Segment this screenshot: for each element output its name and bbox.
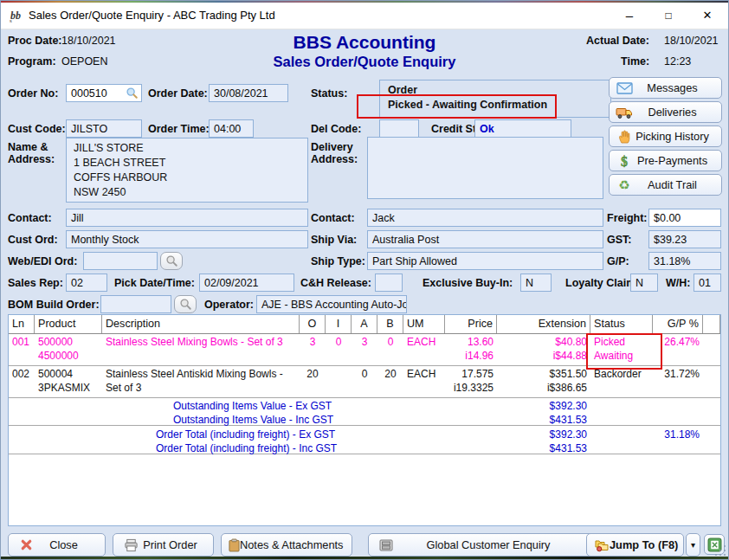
name-address-label: Name &Address: bbox=[8, 141, 55, 165]
contact-right-field[interactable]: Jack bbox=[367, 209, 603, 227]
web-edi-ord-field[interactable] bbox=[83, 252, 158, 270]
freight-label: Freight: bbox=[607, 212, 648, 224]
envelope-icon bbox=[615, 82, 634, 94]
summary-row: Order Total (including freight) - Inc GS… bbox=[9, 440, 720, 454]
messages-button[interactable]: Messages bbox=[609, 77, 722, 99]
search-icon bbox=[165, 254, 178, 267]
status-box: Order Picked - Awaiting Confirmation bbox=[379, 80, 611, 118]
gst-field: $39.23 bbox=[648, 230, 721, 248]
pick-date-time-field[interactable]: 02/09/2021 bbox=[199, 274, 294, 292]
summary-row: Outstanding Items Value - Ex GST $392.30 bbox=[9, 397, 720, 411]
global-customer-enquiry-button[interactable]: Global Customer Enquiry bbox=[368, 533, 595, 557]
contact-left-field[interactable]: Jill bbox=[66, 209, 308, 227]
cabinet-icon bbox=[376, 539, 397, 551]
web-edi-lookup-button[interactable] bbox=[160, 252, 183, 270]
operator-field: AJE - BBS Accounting Auto-Jol bbox=[256, 295, 407, 313]
order-date-field[interactable]: 30/08/2021 bbox=[209, 84, 288, 102]
loyalty-claim-field[interactable]: N bbox=[630, 274, 658, 292]
audit-trail-button[interactable]: ♻ Audit Trail bbox=[609, 174, 722, 196]
recycle-icon: ♻ bbox=[615, 178, 634, 191]
app-window: bb s Sales Order/Quote Enquiry - ABC Tra… bbox=[0, 0, 729, 560]
close-button[interactable]: Close bbox=[8, 533, 106, 557]
bom-lookup-button[interactable] bbox=[174, 295, 197, 313]
freight-field[interactable]: $0.00 bbox=[648, 209, 721, 227]
col-header-um: UM bbox=[403, 315, 445, 333]
summary-row: Order Total (including freight) - Ex GST… bbox=[9, 426, 720, 440]
folders-icon bbox=[594, 538, 610, 552]
screen-heading: Sales Order/Quote Enquiry bbox=[1, 54, 728, 70]
col-header-price: Price bbox=[445, 315, 497, 333]
pre-payments-button[interactable]: $ Pre-Payments bbox=[609, 150, 722, 171]
ship-via-label: Ship Via: bbox=[311, 234, 357, 246]
pick-date-time-label: Pick Date/Time: bbox=[114, 277, 195, 289]
ch-release-label: C&H Release: bbox=[300, 277, 371, 289]
order-no-field[interactable]: 000510 bbox=[66, 84, 142, 102]
truck-icon bbox=[615, 106, 634, 119]
name-address-box[interactable]: JILL'S STORE 1 BEACH STREET COFFS HARBOU… bbox=[66, 138, 308, 203]
col-header-i: I bbox=[326, 315, 352, 333]
col-header-spacer bbox=[703, 315, 720, 333]
deliveries-button[interactable]: Deliveries bbox=[609, 101, 722, 123]
col-header-extension: Extension bbox=[497, 315, 590, 333]
loyalty-claim-label: Loyalty Claim: bbox=[565, 277, 639, 289]
ship-type-field[interactable]: Part Ship Allowed bbox=[367, 252, 603, 270]
status-line1: Order bbox=[388, 83, 603, 98]
operator-label: Operator: bbox=[204, 299, 254, 311]
col-header-product: Product bbox=[35, 315, 102, 333]
bom-build-order-label: BOM Build Order: bbox=[8, 299, 100, 311]
cust-ord-label: Cust Ord: bbox=[8, 234, 58, 246]
order-time-label: Order Time: bbox=[148, 123, 210, 135]
picking-history-button[interactable]: Picking History bbox=[609, 126, 722, 147]
table-row[interactable]: 002 5000043PKASMIX Stainless Steel Antis… bbox=[9, 365, 720, 398]
status-label: Status: bbox=[311, 87, 347, 100]
ship-type-label: Ship Type: bbox=[311, 255, 365, 267]
minimize-button[interactable]: – bbox=[615, 3, 644, 29]
col-header-ln: Ln bbox=[9, 315, 35, 333]
jump-to-dropdown-button[interactable]: ▾ bbox=[686, 533, 700, 557]
cust-ord-field[interactable]: Monthly Stock bbox=[66, 230, 308, 248]
order-lines-table[interactable]: Ln Product Description O I A B UM Price … bbox=[8, 314, 721, 526]
del-code-field[interactable] bbox=[379, 119, 419, 138]
bom-build-order-field[interactable] bbox=[100, 295, 171, 313]
sales-rep-label: Sales Rep: bbox=[8, 277, 63, 289]
search-icon[interactable] bbox=[126, 87, 139, 100]
exclusive-buy-in-field[interactable]: N bbox=[520, 274, 552, 292]
wh-field[interactable]: 01 bbox=[694, 274, 721, 292]
app-icon: bb s bbox=[9, 8, 24, 23]
title-bar[interactable]: bb s Sales Order/Quote Enquiry - ABC Tra… bbox=[1, 3, 728, 29]
chevron-down-icon: ▾ bbox=[691, 540, 695, 550]
maximize-button[interactable]: □ bbox=[654, 3, 683, 29]
ship-via-field[interactable]: Australia Post bbox=[367, 230, 603, 248]
summary-row: Outstanding Items Value - Inc GST $431.5… bbox=[9, 411, 720, 426]
svg-text:bb: bb bbox=[10, 10, 21, 22]
gp-label: G/P: bbox=[607, 255, 629, 267]
status-line2: Picked - Awaiting Confirmation bbox=[388, 98, 603, 113]
col-header-gp: G/P % bbox=[653, 315, 703, 333]
table-row[interactable]: 001 5000004500000 Stainless Steel Mixing… bbox=[9, 333, 720, 366]
delivery-address-box[interactable] bbox=[367, 137, 603, 199]
dollar-icon: $ bbox=[615, 154, 634, 168]
contact-left-label: Contact: bbox=[8, 212, 52, 224]
clipboard-icon bbox=[229, 538, 240, 552]
close-window-button[interactable]: ✕ bbox=[693, 3, 722, 29]
col-header-description: Description bbox=[102, 315, 300, 333]
svg-text:$: $ bbox=[621, 154, 628, 168]
desktop-edge-bottom bbox=[1, 557, 728, 559]
col-header-a: A bbox=[352, 315, 377, 333]
order-time-field[interactable]: 04:00 bbox=[209, 119, 254, 138]
print-order-button[interactable]: Print Order bbox=[113, 533, 214, 557]
resize-grip[interactable] bbox=[715, 545, 726, 556]
sales-rep-field[interactable]: 02 bbox=[66, 274, 107, 292]
jump-to-button[interactable]: Jump To (F8) bbox=[586, 533, 684, 557]
actual-date-label: Actual Date: bbox=[586, 35, 649, 47]
ch-release-field[interactable] bbox=[375, 274, 403, 292]
order-date-label: Order Date: bbox=[148, 87, 208, 100]
notes-attachments-button[interactable]: Notes & Attachments bbox=[221, 533, 352, 557]
del-code-label: Del Code: bbox=[311, 123, 361, 135]
col-header-b: B bbox=[377, 315, 403, 333]
cust-code-field[interactable]: JILSTO bbox=[66, 119, 142, 138]
close-x-icon bbox=[16, 538, 36, 551]
cust-code-label: Cust Code: bbox=[8, 123, 66, 135]
actual-date-value: 18/10/2021 bbox=[664, 35, 719, 47]
gp-field: 31.18% bbox=[648, 252, 721, 270]
